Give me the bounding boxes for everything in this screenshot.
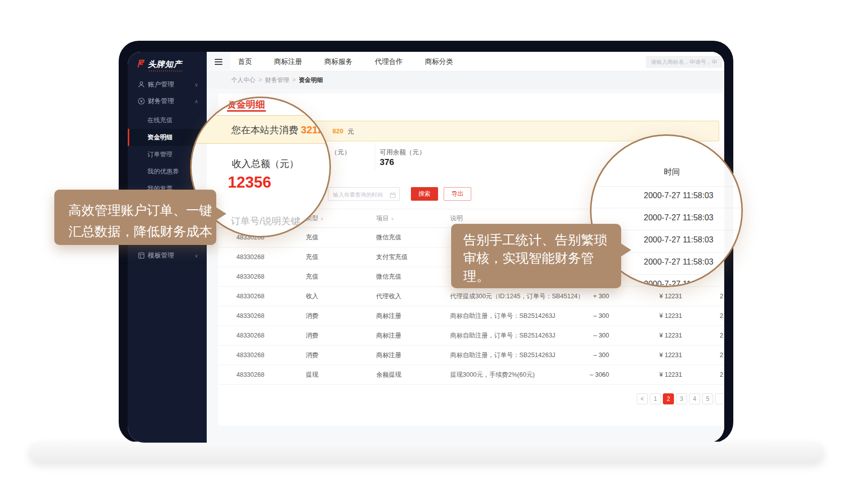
cell-amount: – 300 (571, 312, 609, 319)
cell-balance: ¥ 12231 (609, 312, 720, 319)
table-row[interactable]: 48330268收入代理收入代理提成300元（ID:1245，订单号：SB451… (218, 287, 723, 306)
cell-order-number: 48330268 (236, 332, 306, 339)
cell-project: 余额提现 (376, 371, 450, 379)
cell-project: 支付宝充值 (376, 253, 450, 262)
cell-type: 充值 (306, 273, 376, 281)
cell-balance: ¥ 12231 (609, 332, 720, 339)
pagination-page-2[interactable]: 2 (663, 393, 674, 404)
brand-tagline-dots (149, 70, 182, 71)
export-button[interactable]: 导出 (444, 187, 471, 201)
table-row[interactable]: 48330268消费商标注册商标自助注册，订单号：SB2514263J– 300… (218, 326, 723, 346)
col-project[interactable]: 项目∨ (376, 214, 450, 223)
cell-amount: + 300 (571, 293, 609, 300)
brand-name: 头牌知产 (148, 59, 182, 70)
user-icon (137, 80, 145, 89)
magnified-time-value: 2000-7-27 11:58:03 (644, 213, 713, 222)
table-row[interactable]: 48330268消费商标注册商标自助注册，订单号：SB2514263J– 300… (218, 306, 723, 326)
chevron-down-icon: ∨ (195, 82, 198, 88)
cell-order-number: 48330268 (236, 312, 306, 319)
nav-item-商标服务[interactable]: 商标服务 (324, 57, 353, 66)
col-desc: 说明 (450, 214, 571, 223)
cell-time: 2000-7-27 11:58:03 (720, 352, 723, 359)
brand-logo[interactable]: 头牌知产 (136, 57, 201, 77)
magnified-banner-text: 您在本站共消费 32124 元 (231, 124, 331, 137)
chevron-up-icon: ∧ (195, 99, 198, 104)
breadcrumb: 个人中心>财务管理>资金明细 (207, 71, 724, 89)
nav-item-商标注册[interactable]: 商标注册 (274, 57, 302, 66)
cell-type: 提现 (306, 371, 376, 379)
callout-text: 告别手工统计、告别繁琐 (463, 231, 621, 249)
nav-item-代理合作[interactable]: 代理合作 (375, 57, 403, 66)
cell-type: 消费 (306, 312, 376, 320)
sidebar-subitem-在线充值[interactable]: 在线充值 (128, 112, 207, 129)
magnified-income-label: 收入总额（元） (232, 157, 299, 171)
magnified-income-value: 12356 (228, 174, 271, 192)
magnified-time-row: 2000-7-27 11:58:03 (591, 186, 743, 208)
cell-description: 商标自助注册，订单号：SB2514263J (450, 331, 571, 340)
stat-expense-label: （元） (331, 148, 351, 157)
magnified-time-value: 2000-7-27 11:58:03 (644, 235, 713, 244)
callout-text: 理。 (463, 267, 621, 285)
cell-description: 提现3000元，手续费2%(60元) (450, 371, 571, 379)
cell-order-number: 48330268 (236, 352, 306, 359)
sidebar-item-finance[interactable]: 财务管理 ∧ (128, 93, 207, 110)
cell-amount: – 300 (571, 332, 609, 339)
pagination-page-3[interactable]: 3 (676, 393, 687, 404)
magnified-time-header: 时间 (664, 167, 680, 178)
breadcrumb-current: 资金明细 (299, 76, 323, 83)
calendar-icon (390, 191, 396, 200)
cell-time: 2000-7-27 11:58:03 (720, 332, 723, 339)
cell-type: 收入 (306, 292, 376, 301)
cell-order-number: 48330268 (236, 293, 306, 300)
date-query-input[interactable]: 输入你要查询的时间 (328, 187, 400, 201)
pagination-page-1[interactable]: 1 (650, 393, 661, 404)
date-query-placeholder: 输入你要查询的时间 (333, 191, 383, 199)
breadcrumb-item[interactable]: 财务管理 (265, 76, 289, 83)
page: 头牌知产 账户管理 ∨ 财务管理 ∧ 在线充值资金明细订单管理我的优惠券我的发票 (0, 0, 853, 504)
nav-item-首页[interactable]: 首页 (238, 57, 252, 66)
cell-type: 消费 (306, 351, 376, 360)
search-input[interactable] (646, 56, 722, 68)
cell-time: 2000-7-27 11:58:03 (720, 312, 723, 319)
cell-amount: – 300 (571, 352, 609, 359)
table-row[interactable]: 48330268消费商标注册商标自助注册，订单号：SB2514263J– 300… (218, 346, 723, 365)
stat-balance-label: 可用余额（元） (380, 148, 425, 157)
top-navbar: 首页商标注册商标服务代理合作商标分类 (207, 52, 724, 71)
callout-text: 审核，实现智能财务管 (463, 249, 621, 267)
cell-balance: ¥ 12231 (609, 293, 720, 300)
table-row[interactable]: 48330268提现余额提现提现3000元，手续费2%(60元)– 3060¥ … (218, 365, 723, 385)
callout-right: 告别手工统计、告别繁琐 审核，实现智能财务管 理。 (451, 224, 621, 288)
nav-item-商标分类[interactable]: 商标分类 (425, 57, 453, 66)
cell-description: 商标自助注册，订单号：SB2514263J (450, 312, 571, 320)
finance-icon (137, 97, 145, 105)
sidebar-item-account[interactable]: 账户管理 ∨ (128, 76, 207, 93)
pagination-page-next-clipped[interactable] (715, 393, 723, 404)
col-type[interactable]: 类型∨ (306, 214, 376, 223)
sidebar-item-label: 模板管理 (148, 251, 174, 260)
breadcrumb-separator: > (292, 76, 296, 83)
cell-description: 商标自助注册，订单号：SB2514263J (450, 351, 571, 360)
callout-text: 高效管理账户订单、一键 (68, 200, 216, 221)
cell-amount: – 3060 (571, 371, 609, 378)
cell-order-number: 48330268 (236, 371, 306, 378)
laptop-base (29, 442, 824, 462)
cell-type: 充值 (306, 233, 376, 242)
pagination-page-5[interactable]: 5 (702, 393, 713, 404)
breadcrumb-item[interactable]: 个人中心 (231, 76, 255, 83)
pagination-page-4[interactable]: 4 (689, 393, 700, 404)
cell-order-number: 48330268 (236, 273, 306, 280)
banner-unit: 元 (348, 127, 354, 136)
hamburger-menu-icon[interactable] (207, 52, 230, 71)
cell-time: 2000-7-27 11:58:03 (720, 371, 723, 378)
pagination-prev-button[interactable]: < (637, 393, 648, 404)
cell-time: 2000-7-27 11:58:03 (720, 293, 723, 300)
cell-type: 消费 (306, 331, 376, 340)
cell-project: 商标注册 (376, 312, 450, 320)
stat-balance-value: 376 (380, 157, 394, 167)
banner-amount: 820 (332, 127, 344, 135)
sidebar-item-template[interactable]: 模板管理 ∨ (128, 247, 207, 264)
search-button[interactable]: 搜索 (411, 187, 438, 201)
cell-type: 充值 (306, 253, 376, 262)
cell-order-number: 48330268 (236, 254, 306, 261)
pagination: <12345 (637, 393, 723, 404)
